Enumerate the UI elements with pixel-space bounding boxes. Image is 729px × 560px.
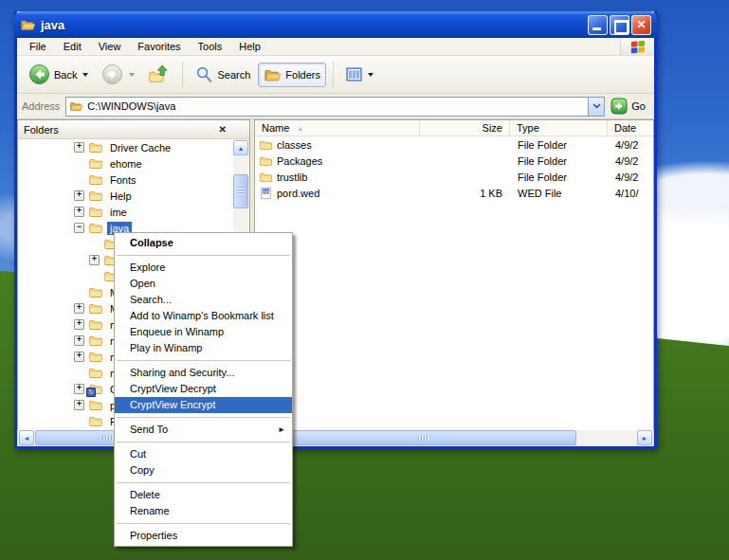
menubar-item[interactable]: Favorites [129,41,189,52]
folders-button[interactable]: Folders [258,63,326,87]
column-headers: Name ▲ Size Type Date [255,120,653,136]
folder-icon [88,301,103,316]
tree-expand-toggle[interactable]: + [74,142,84,153]
maximize-button[interactable] [610,15,629,35]
tree-item-label: Fonts [107,173,139,187]
folder-icon [88,414,103,428]
tree-item[interactable]: ehome [18,155,233,172]
tree-expand-toggle[interactable]: + [74,303,84,314]
scroll-up-button[interactable]: ▲ [233,140,248,155]
file-list: classes File Folder 4/9/2 Packages File … [255,136,653,430]
context-menu-item[interactable]: Cut ► [115,446,292,462]
search-button[interactable]: Search [190,62,256,87]
column-header-name[interactable]: Name ▲ [255,120,420,135]
tree-item[interactable]: + Help [18,188,233,204]
menubar-item[interactable]: Tools [190,41,231,52]
forward-dropdown-icon [129,73,135,77]
folder-icon [88,334,103,348]
folder-icon [88,156,103,171]
file-row[interactable]: trustlib File Folder 4/9/2 [255,169,653,185]
context-menu-item[interactable]: Copy ► [115,462,292,479]
folder-icon [88,398,103,412]
close-button[interactable]: ✕ [631,15,651,35]
context-menu-item[interactable]: Properties ► [115,528,292,544]
context-menu-item[interactable]: CryptView Encrypt ► [115,397,292,413]
context-menu-item-label: Add to Winamp's Bookmark list [130,310,274,321]
tree-item[interactable]: + ime [18,204,233,220]
address-combobox[interactable] [65,97,605,117]
file-type: File Folder [510,172,608,183]
tree-item[interactable]: + Driver Cache [18,139,233,155]
tree-expand-toggle[interactable]: + [74,335,84,346]
views-dropdown-icon[interactable] [368,73,374,77]
menubar-item[interactable]: View [90,41,130,52]
context-menu-item[interactable]: Search... ► [115,292,292,308]
tree-item-label: Driver Cache [107,141,173,154]
context-menu-item[interactable]: Rename ► [115,503,292,519]
context-menu-item[interactable]: Open ► [115,276,292,292]
tree-expand-toggle[interactable]: − [74,223,84,233]
tree-expand-toggle[interactable]: + [74,384,84,394]
file-row[interactable]: pord.wed 1 KB WED File 4/10/ [255,185,653,201]
tree-expand-toggle[interactable]: + [74,207,84,217]
column-header-date[interactable]: Date [608,120,653,135]
forward-button[interactable] [96,60,140,89]
views-button[interactable] [340,63,379,86]
context-menu-item-label: Enqueue in Winamp [130,326,224,337]
minimize-button[interactable] [588,15,608,35]
titlebar[interactable]: java ✕ [14,11,657,38]
context-menu-item-label: CryptView Decrypt [130,383,216,394]
address-dropdown-button[interactable] [588,98,604,116]
back-button[interactable]: Back [23,60,94,89]
folders-pane-title: Folders [24,124,59,135]
tree-expand-toggle[interactable]: + [74,190,84,201]
menubar-item[interactable]: Help [230,41,269,52]
menubar-item-label: View [99,41,121,52]
scroll-thumb[interactable] [271,430,576,445]
column-header-type[interactable]: Type [510,120,608,135]
context-menu-item[interactable]: Send To ► [115,422,292,438]
file-name: Packages [277,155,322,167]
search-icon [195,65,213,83]
tree-expand-toggle[interactable]: + [74,352,84,362]
scroll-thumb[interactable] [233,174,248,208]
tree-expand-toggle[interactable]: + [89,255,100,265]
menu-separator [117,360,290,361]
context-menu-item[interactable]: CryptView Decrypt ► [115,381,292,397]
context-menu-item-label: Collapse [130,237,173,248]
folders-pane-close-icon[interactable]: ✕ [219,124,227,135]
scroll-right-button[interactable]: ► [637,430,652,445]
file-row[interactable]: Packages File Folder 4/9/2 [255,153,653,169]
menubar-item[interactable]: Edit [55,41,90,52]
folder-icon [88,366,103,380]
context-menu: Collapse ► Explore ► Open ► Search... ► … [114,232,293,547]
file-type: WED File [510,188,608,199]
context-menu-item[interactable]: Enqueue in Winamp ► [115,324,292,340]
tree-expand-toggle[interactable]: + [74,319,84,330]
file-type: File Folder [510,139,608,151]
toolbar-separator [182,62,183,88]
tree-expand-toggle[interactable]: + [74,400,84,410]
context-menu-item[interactable]: Sharing and Security... ► [115,365,292,381]
address-input[interactable] [83,100,588,112]
column-header-size[interactable]: Size [420,120,510,135]
context-menu-item[interactable]: Delete ► [115,487,292,503]
up-button[interactable] [142,61,175,88]
back-dropdown-icon[interactable] [82,73,88,77]
scroll-left-button[interactable]: ◄ [19,430,34,445]
context-menu-item[interactable]: Explore ► [115,260,292,276]
toolbar: Back Search Folders [17,56,654,94]
context-menu-item[interactable]: Collapse ► [115,235,292,251]
file-list-pane: Name ▲ Size Type Date classes File Folde… [254,119,654,430]
context-menu-item-label: Rename [130,505,170,516]
file-date: 4/9/2 [608,172,653,183]
context-menu-item[interactable]: Play in Winamp ► [115,340,292,356]
context-menu-item[interactable]: Add to Winamp's Bookmark list ► [115,308,292,324]
context-menu-item-label: CryptView Encrypt [130,399,215,410]
file-row[interactable]: classes File Folder 4/9/2 [255,136,653,153]
go-button[interactable]: Go [611,98,649,115]
menubar-item[interactable]: File [21,41,55,52]
tree-item[interactable]: Fonts [18,172,233,188]
go-arrow-icon [611,98,628,115]
list-horizontal-scrollbar[interactable]: ◄ ► [254,430,654,446]
